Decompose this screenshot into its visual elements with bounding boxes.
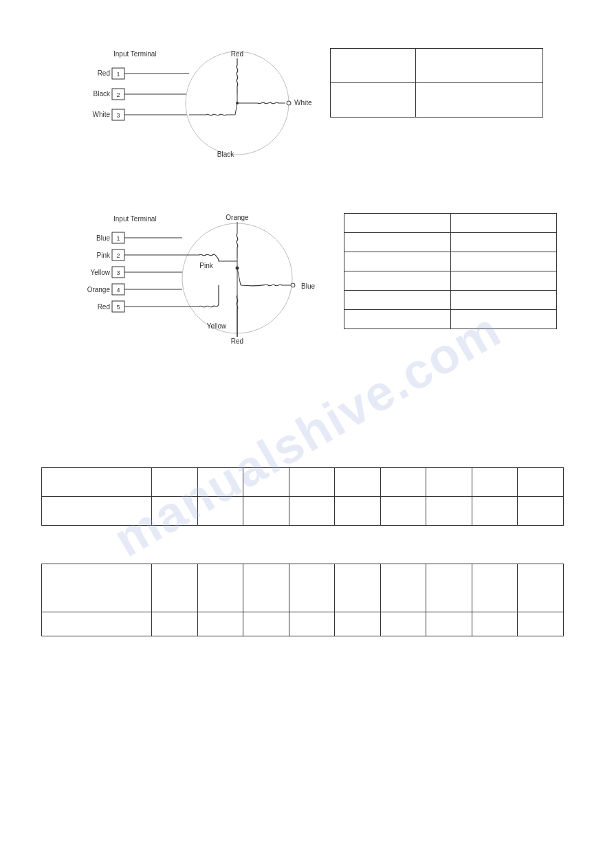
bt2-r1-c6 bbox=[335, 564, 381, 612]
table2-cell-2-2 bbox=[450, 233, 557, 252]
bt2-r2-c1 bbox=[42, 612, 152, 636]
motor-black-label: Black bbox=[217, 151, 234, 158]
bt1-r2-c10 bbox=[518, 497, 564, 526]
motor-red-label2: Red bbox=[231, 337, 243, 345]
table2-cell-5-2 bbox=[450, 291, 557, 310]
table1-cell-1-2 bbox=[415, 49, 542, 83]
bt1-r2-c2 bbox=[152, 497, 198, 526]
table2-row1 bbox=[344, 214, 557, 233]
table1-container bbox=[330, 48, 543, 118]
terminal-num-b5: 5 bbox=[116, 304, 120, 311]
section2: Input Terminal Blue 1 Pink 2 Yellow 3 Or… bbox=[41, 206, 344, 366]
bt1-r1-c6 bbox=[335, 468, 381, 497]
yellow-label: Yellow bbox=[90, 269, 110, 276]
bt2-r1-c9 bbox=[472, 564, 518, 612]
bt2-r2-c6 bbox=[335, 612, 381, 636]
bottom-table2-container bbox=[41, 564, 564, 636]
motor-yellow-label: Yellow bbox=[207, 322, 227, 330]
bt2-r1-c10 bbox=[518, 564, 564, 612]
white-label1: White bbox=[92, 111, 110, 118]
bottom-table2 bbox=[41, 564, 564, 636]
bt1-r1-c2 bbox=[152, 468, 198, 497]
table1-cell-1-1 bbox=[331, 49, 416, 83]
terminal-num-b4: 4 bbox=[116, 287, 120, 293]
bt2-r1-c8 bbox=[426, 564, 472, 612]
terminal-num-1: 1 bbox=[116, 71, 120, 78]
table2-row2 bbox=[344, 233, 557, 252]
bt1-r1-c8 bbox=[426, 468, 472, 497]
black-label1: Black bbox=[94, 90, 111, 98]
blue-label: Blue bbox=[96, 234, 110, 242]
input-terminal-label2: Input Terminal bbox=[113, 215, 157, 223]
table2-cell-5-1 bbox=[344, 291, 451, 310]
red-label2: Red bbox=[98, 303, 110, 311]
bt2-r1-c3 bbox=[197, 564, 243, 612]
diagram2-svg: Input Terminal Blue 1 Pink 2 Yellow 3 Or… bbox=[41, 206, 344, 364]
orange-label: Orange bbox=[87, 286, 111, 293]
bt1-r1-c3 bbox=[197, 468, 243, 497]
bt2-r2-c10 bbox=[518, 612, 564, 636]
table2-cell-2-1 bbox=[344, 233, 451, 252]
bt2-r1-c1 bbox=[42, 564, 152, 612]
diagram1-svg: Input Terminal Red 1 Black 2 White 3 Re bbox=[41, 41, 337, 179]
bt2-r2-c7 bbox=[380, 612, 426, 636]
bottom-table1 bbox=[41, 467, 564, 526]
table1-cell-2-2 bbox=[415, 83, 542, 118]
red-label1: Red bbox=[98, 69, 110, 77]
table1 bbox=[330, 48, 543, 118]
bt2-r2-c5 bbox=[289, 612, 335, 636]
bt1-r1-c10 bbox=[518, 468, 564, 497]
endpoint-right1 bbox=[287, 101, 291, 105]
bt1-r2-c7 bbox=[380, 497, 426, 526]
terminal-num-b3: 3 bbox=[116, 269, 120, 276]
terminal-num-2: 2 bbox=[116, 91, 120, 98]
pink-label: Pink bbox=[97, 252, 111, 259]
bt2-row1 bbox=[42, 564, 564, 612]
bt1-r1-c4 bbox=[243, 468, 289, 497]
input-terminal-label1: Input Terminal bbox=[113, 50, 157, 58]
bt2-r1-c4 bbox=[243, 564, 289, 612]
table2-cell-6-1 bbox=[344, 310, 451, 329]
section1: Input Terminal Red 1 Black 2 White 3 Re bbox=[41, 41, 337, 180]
bt1-r2-c4 bbox=[243, 497, 289, 526]
bt2-row2 bbox=[42, 612, 564, 636]
table2-row3 bbox=[344, 252, 557, 271]
bottom-table1-container bbox=[41, 467, 564, 526]
bt1-r1-c7 bbox=[380, 468, 426, 497]
bt1-r2-c5 bbox=[289, 497, 335, 526]
terminal-num-3: 3 bbox=[116, 112, 120, 119]
table2-row5 bbox=[344, 291, 557, 310]
table1-row2 bbox=[331, 83, 543, 118]
terminal-num-b2: 2 bbox=[116, 252, 120, 259]
bt2-r1-c2 bbox=[152, 564, 198, 612]
bt1-row2 bbox=[42, 497, 564, 526]
table2-cell-1-1 bbox=[344, 214, 451, 233]
table2-cell-4-1 bbox=[344, 271, 451, 291]
table2-cell-1-2 bbox=[450, 214, 557, 233]
table2-container bbox=[344, 213, 557, 329]
table1-row1 bbox=[331, 49, 543, 83]
bt1-row1 bbox=[42, 468, 564, 497]
bt1-r2-c3 bbox=[197, 497, 243, 526]
table2-cell-3-1 bbox=[344, 252, 451, 271]
bt2-r2-c9 bbox=[472, 612, 518, 636]
bt1-r1-c5 bbox=[289, 468, 335, 497]
bt2-r1-c5 bbox=[289, 564, 335, 612]
bt2-r2-c2 bbox=[152, 612, 198, 636]
table2-cell-3-2 bbox=[450, 252, 557, 271]
endpoint-right2 bbox=[291, 283, 295, 287]
bt2-r1-c7 bbox=[380, 564, 426, 612]
terminal-num-b1: 1 bbox=[116, 235, 120, 242]
table1-cell-2-1 bbox=[331, 83, 416, 118]
bt2-r2-c3 bbox=[197, 612, 243, 636]
motor-blue-label: Blue bbox=[301, 282, 315, 290]
motor-white-label: White bbox=[294, 99, 312, 107]
bt1-r1-c1 bbox=[42, 468, 152, 497]
motor-orange-label: Orange bbox=[226, 214, 249, 221]
motor-pink-label: Pink bbox=[199, 262, 213, 269]
table2-row4 bbox=[344, 271, 557, 291]
page: manualshive.com Input Terminal Red 1 Bla… bbox=[0, 0, 614, 868]
bt1-r2-c9 bbox=[472, 497, 518, 526]
bt1-r2-c6 bbox=[335, 497, 381, 526]
table2-cell-4-2 bbox=[450, 271, 557, 291]
